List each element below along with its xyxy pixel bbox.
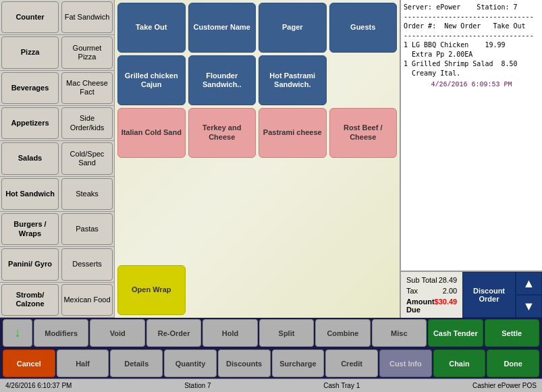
order-text: Server: ePower Station: 7 --------------… (404, 3, 539, 78)
split-btn[interactable]: Split (259, 319, 314, 347)
empty-slot-11 (259, 265, 327, 315)
discounts-btn[interactable]: Discounts (218, 349, 271, 377)
credit-btn[interactable]: Credit (325, 349, 378, 377)
discount-order-btn[interactable]: Discount Order (462, 272, 516, 318)
category-burgers-wraps[interactable]: Burgers / Wraps (1, 213, 59, 245)
settle-btn[interactable]: Settle (485, 319, 539, 347)
scroll-down-btn[interactable]: ▼ (516, 295, 542, 318)
done-btn[interactable]: Done (487, 349, 539, 377)
menu-row-hot-sandwich: Hot Sandwich Steaks (0, 177, 114, 212)
menu-row-appetizers: Appetizers Side Order/kids (0, 106, 114, 141)
totals-area: Sub Total 28.49 Tax 2.00 Amount Due $30.… (401, 271, 542, 318)
cust-info-btn[interactable]: Cust Info (379, 349, 432, 377)
status-station: Station 7 (184, 382, 211, 389)
empty-slot-7 (188, 213, 256, 262)
status-cash-tray: Cash Tray 1 (323, 382, 360, 389)
order-display: Server: ePower Station: 7 --------------… (401, 0, 542, 271)
amount-due-row: Amount Due $30.49 (404, 296, 460, 315)
sub-side-order-kids[interactable]: Side Order/kids (61, 107, 113, 139)
cancel-btn[interactable]: Cancel (3, 349, 55, 377)
nav-arrows: ▲ ▼ (516, 272, 542, 318)
category-beverages[interactable]: Beverages (1, 72, 59, 104)
empty-slot-12 (329, 265, 398, 315)
empty-slot-4 (259, 161, 327, 211)
empty-slot-2 (117, 161, 186, 211)
re-order-btn[interactable]: Re-Order (146, 319, 201, 347)
category-stromb-calzone[interactable]: Stromb/ Calzone (1, 284, 59, 316)
menu-row-panini-gyro: Panini/ Gyro Desserts (0, 247, 114, 282)
open-wrap-btn[interactable]: Open Wrap (117, 265, 186, 315)
sub-total-row: Sub Total 28.49 (404, 275, 460, 285)
menu-row-counter: Counter Fat Sandwich (0, 0, 114, 35)
tax-value: 2.00 (443, 287, 457, 295)
category-salads[interactable]: Salads (1, 142, 59, 174)
modifiers-btn[interactable]: Modifiers (34, 319, 88, 347)
status-datetime: 4/26/2016 6:10:37 PM (5, 382, 72, 389)
sub-gourmet-pizza[interactable]: Gourmet Pizza (61, 36, 113, 68)
hot-pastrami-btn[interactable]: Hot Pastrami Sandwich. (259, 55, 327, 105)
scroll-up-btn[interactable]: ▲ (516, 272, 542, 295)
customer-name-btn[interactable]: Customer Name (188, 3, 256, 53)
void-btn[interactable]: Void (90, 319, 144, 347)
empty-slot-10 (188, 265, 256, 315)
details-btn[interactable]: Details (110, 349, 163, 377)
pastrami-cheese-btn[interactable]: Pastrami cheese (259, 108, 327, 158)
hold-btn[interactable]: Hold (202, 319, 257, 347)
tax-label: Tax (406, 287, 418, 295)
empty-slot-1 (329, 55, 398, 105)
right-panel: Server: ePower Station: 7 --------------… (400, 0, 542, 318)
left-panel: Counter Fat Sandwich Pizza Gourmet Pizza… (0, 0, 115, 318)
flounder-sandwich-btn[interactable]: Flounder Sandwich.. (188, 55, 256, 105)
quantity-btn[interactable]: Quantity (164, 349, 217, 377)
category-appetizers[interactable]: Appetizers (1, 107, 59, 139)
empty-slot-6 (117, 213, 186, 262)
main-container: Counter Fat Sandwich Pizza Gourmet Pizza… (0, 0, 542, 392)
guests-btn[interactable]: Guests (329, 3, 398, 53)
order-timestamp: 4/26/2016 6:09:53 PM (404, 81, 539, 88)
cash-tender-btn[interactable]: Cash Tender (428, 319, 483, 347)
sub-cold-spec-sand[interactable]: Cold/Spec Sand (61, 142, 113, 174)
category-pizza[interactable]: Pizza (1, 36, 59, 68)
sub-pastas[interactable]: Pastas (61, 213, 113, 245)
empty-slot-9 (329, 213, 398, 262)
arrow-down-btn[interactable]: ↓ (3, 319, 32, 347)
misc-btn[interactable]: Misc (372, 319, 427, 347)
amount-due-value: $30.49 (435, 298, 458, 314)
menu-row-burgers-wraps: Burgers / Wraps Pastas (0, 212, 114, 247)
status-bar: 4/26/2016 6:10:37 PM Station 7 Cash Tray… (0, 379, 542, 392)
rost-beef-cheese-btn[interactable]: Rost Beef / Cheese (329, 108, 398, 158)
category-counter[interactable]: Counter (1, 1, 59, 33)
amount-due-label: Amount Due (406, 298, 435, 314)
sub-fat-sandwich[interactable]: Fat Sandwich (61, 1, 113, 33)
totals-left: Sub Total 28.49 Tax 2.00 Amount Due $30.… (401, 272, 462, 318)
menu-row-pizza: Pizza Gourmet Pizza (0, 35, 114, 70)
sub-steaks[interactable]: Steaks (61, 178, 113, 210)
sub-mexican-food[interactable]: Mexican Food (61, 284, 113, 316)
italian-cold-sand-btn[interactable]: Italian Cold Sand (117, 108, 186, 158)
empty-slot-3 (188, 161, 256, 211)
pager-btn[interactable]: Pager (259, 3, 327, 53)
status-cashier: Cashier ePower POS (472, 382, 537, 389)
grilled-chicken-cajun-btn[interactable]: Grilled chicken Cajun (117, 55, 186, 105)
sub-total-value: 28.49 (439, 276, 458, 284)
menu-row-stromb-calzone: Stromb/ Calzone Mexican Food (0, 283, 114, 318)
category-panini-gyro[interactable]: Panini/ Gyro (1, 248, 59, 280)
category-hot-sandwich[interactable]: Hot Sandwich (1, 178, 59, 210)
take-out-btn[interactable]: Take Out (117, 3, 186, 53)
sub-mac-cheese-fact[interactable]: Mac Cheese Fact (61, 72, 113, 104)
empty-slot-5 (329, 161, 398, 211)
bottom-row-2: Cancel Half Details Quantity Discounts S… (0, 348, 542, 379)
bottom-area: ↓ Modifiers Void Re-Order Hold Split Com… (0, 318, 542, 379)
top-area: Counter Fat Sandwich Pizza Gourmet Pizza… (0, 0, 542, 318)
half-btn[interactable]: Half (57, 349, 109, 377)
terkey-cheese-btn[interactable]: Terkey and Cheese (188, 108, 256, 158)
empty-slot-8 (259, 213, 327, 262)
surcharge-btn[interactable]: Surcharge (272, 349, 325, 377)
chain-btn[interactable]: Chain (433, 349, 486, 377)
sub-desserts[interactable]: Desserts (61, 248, 113, 280)
menu-row-salads: Salads Cold/Spec Sand (0, 141, 114, 176)
combine-btn[interactable]: Combine (315, 319, 370, 347)
menu-row-beverages: Beverages Mac Cheese Fact (0, 71, 114, 106)
sub-total-label: Sub Total (406, 276, 437, 284)
middle-panel: Take Out Customer Name Pager Guests Gril… (115, 0, 400, 318)
